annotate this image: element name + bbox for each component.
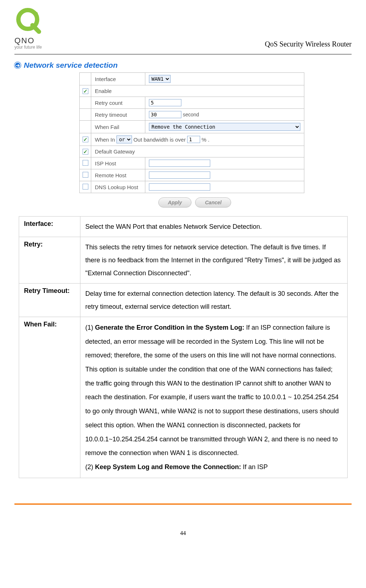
desc-when-fail-key: When Fail: <box>19 317 80 478</box>
config-form-table: Interface WAN1 Enable Retry count <box>79 72 304 193</box>
bw-op-select[interactable]: or <box>116 135 132 143</box>
desc-retry-val: This selects the retry times for network… <box>80 237 347 284</box>
description-table: Interface: Select the WAN Port that enab… <box>19 216 348 478</box>
label-default-gw: Default Gateway <box>91 146 304 157</box>
interface-select[interactable]: WAN1 <box>149 75 171 83</box>
label-enable: Enable <box>91 85 304 97</box>
desc-retry-timeout-key: Retry Timeout: <box>19 284 80 317</box>
label-retry-count: Retry count <box>91 97 145 109</box>
default-gw-checkbox[interactable] <box>83 149 88 155</box>
section-bullet-icon: ➔ <box>14 62 21 68</box>
wf1-para2: This option is suitable under the condit… <box>85 366 339 456</box>
wf1-num: (1) <box>85 324 93 331</box>
enable-checkbox[interactable] <box>83 88 88 94</box>
desc-when-fail-val: (1) Generate the Error Condition in the … <box>80 317 347 478</box>
bw-suffix: % . <box>202 137 210 143</box>
desc-interface-key: Interface: <box>19 217 80 237</box>
apply-button[interactable]: Apply <box>158 197 192 208</box>
page-number: 44 <box>14 530 352 536</box>
retry-count-input[interactable] <box>149 99 181 106</box>
section-title: Network service detection <box>24 61 118 70</box>
label-isp-host: ISP Host <box>91 157 145 169</box>
desc-retry-timeout-val: Delay time for external connection detec… <box>80 284 347 317</box>
dns-host-input[interactable] <box>149 183 210 191</box>
label-remote-host: Remote Host <box>91 169 145 181</box>
label-interface: Interface <box>91 73 145 85</box>
svg-point-1 <box>34 12 38 15</box>
bw-mid: Out bandwidth is over <box>133 137 186 143</box>
qno-logo-icon <box>14 7 43 35</box>
brand-tagline: your future life <box>14 45 42 50</box>
label-dns-host: DNS Lookup Host <box>91 181 145 193</box>
desc-retry-key: Retry: <box>19 237 80 284</box>
footer-divider <box>14 503 352 505</box>
remote-host-input[interactable] <box>149 172 210 179</box>
dns-host-checkbox[interactable] <box>83 184 88 190</box>
when-fail-select[interactable]: Remove the Connection <box>149 123 300 131</box>
wf2-num: (2) <box>85 463 93 471</box>
isp-host-checkbox[interactable] <box>83 160 88 166</box>
wf2-bold: Keep System Log and Remove the Connectio… <box>95 463 241 471</box>
brand-logo: QNO your future life <box>14 7 43 50</box>
brand-name: QNO <box>14 36 35 45</box>
desc-interface-val: Select the WAN Port that enables Network… <box>80 217 347 237</box>
header-divider <box>14 54 352 54</box>
page-title: QoS Security Wireless Router <box>265 40 352 50</box>
bandwidth-checkbox[interactable] <box>83 137 88 142</box>
bw-pct-input[interactable] <box>187 136 200 143</box>
retry-timeout-unit: second <box>183 112 199 117</box>
remote-host-checkbox[interactable] <box>83 172 88 178</box>
isp-host-input[interactable] <box>149 160 210 167</box>
retry-timeout-input[interactable] <box>149 111 181 118</box>
label-when-fail: When Fail <box>91 121 145 133</box>
wf2-rest: If an ISP <box>241 463 268 471</box>
wf1-bold: Generate the Error Condition in the Syst… <box>95 324 244 331</box>
label-retry-timeout: Retry timeout <box>91 109 145 121</box>
bw-prefix: When In <box>95 137 115 143</box>
cancel-button[interactable]: Cancel <box>195 197 231 208</box>
